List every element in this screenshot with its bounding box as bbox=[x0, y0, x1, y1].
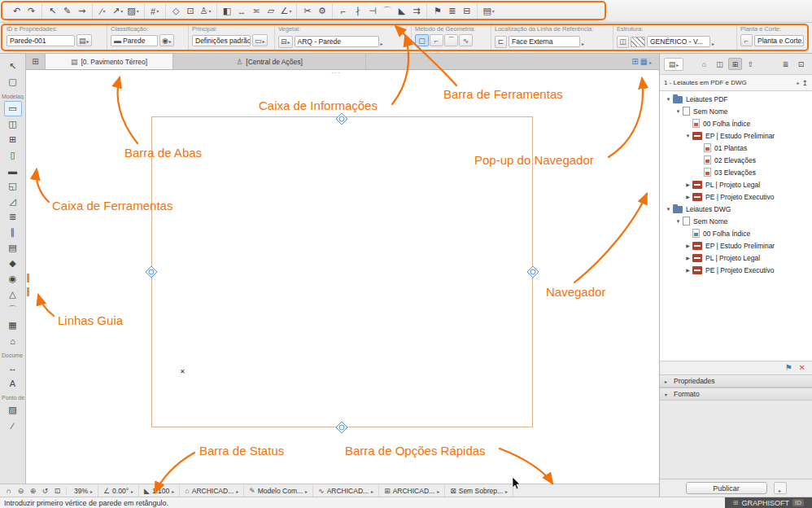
tree-item[interactable]: ▶ PL | Projeto Legal bbox=[660, 252, 812, 264]
structure-select[interactable]: GENÉRICO - V... bbox=[647, 36, 710, 47]
tree-item[interactable]: ▶ EP | Estudo Preliminar bbox=[660, 239, 812, 252]
tree-item[interactable]: ▼ Sem Nome bbox=[660, 215, 812, 227]
edit-handle-right[interactable] bbox=[526, 265, 539, 278]
fill-type-dropdown-icon[interactable]: ▨ bbox=[125, 4, 140, 19]
tree-item[interactable]: 02 Elevações bbox=[660, 154, 812, 166]
line-tool-icon[interactable]: ∕ bbox=[4, 418, 22, 433]
dropdown-chevron-icon[interactable] bbox=[381, 34, 383, 49]
snap-grid-dropdown-icon[interactable]: # bbox=[148, 4, 162, 19]
dimension-icon[interactable]: ↔ bbox=[235, 4, 249, 19]
expand-arrow-icon[interactable]: ▶ bbox=[684, 243, 692, 248]
panel-settings-button[interactable]: ▤ bbox=[664, 58, 683, 71]
element-id-input[interactable]: Parede-001 bbox=[7, 35, 75, 46]
tree-item[interactable]: 03 Elevações bbox=[660, 166, 812, 178]
navigator-popup-button[interactable]: ⊞ ▦ bbox=[624, 54, 659, 69]
text-tool-icon[interactable]: A bbox=[4, 375, 22, 391]
format-section-header[interactable]: Formato bbox=[660, 388, 812, 401]
magnet-icon[interactable]: ∩ bbox=[2, 487, 15, 495]
tree-item[interactable]: 01 Plantas bbox=[660, 142, 812, 154]
measure-icon[interactable]: ≍ bbox=[250, 4, 264, 19]
walkthrough-dropdown-icon[interactable]: ♙ bbox=[199, 4, 213, 19]
publish-button[interactable]: Publicar bbox=[686, 482, 767, 494]
navigator-breadcrumb[interactable]: 1 - Leiautes em PDF e DWG ↥ bbox=[660, 75, 812, 91]
window-tool-icon[interactable]: ⊞ bbox=[4, 132, 22, 147]
properties-section-header[interactable]: Propriedades bbox=[660, 374, 812, 388]
graphic-override-dropdown[interactable]: ⊠ Sem Sobrep... bbox=[445, 484, 513, 497]
orientation-dropdown[interactable]: ∠ 0.00° bbox=[98, 484, 139, 497]
fit-in-window-icon[interactable]: ⊡ bbox=[51, 487, 63, 495]
offset-icon[interactable]: ⇉ bbox=[409, 4, 423, 19]
pin-panel-icon[interactable]: ⊡ bbox=[794, 58, 808, 70]
splitter-handle-bottom[interactable] bbox=[331, 485, 341, 493]
organizer-icon[interactable]: ⊟ bbox=[460, 4, 474, 19]
id-manager-button[interactable]: ▤ bbox=[76, 34, 92, 46]
dropdown-chevron-icon[interactable] bbox=[712, 34, 714, 49]
display-mode-icon[interactable]: ⌐ bbox=[740, 34, 753, 46]
expand-arrow-icon[interactable]: ▼ bbox=[684, 134, 692, 138]
project-map-icon[interactable]: ⌂ bbox=[697, 58, 711, 70]
dimension-style-dropdown[interactable]: ⊞ ARCHICAD... bbox=[379, 484, 445, 497]
expand-arrow-icon[interactable]: ▼ bbox=[665, 207, 672, 212]
virtual-trace-icon[interactable]: ⊡ bbox=[184, 4, 198, 19]
reference-line-icon[interactable]: ⊏ bbox=[495, 36, 507, 48]
zone-tool-icon[interactable]: ⌂ bbox=[4, 333, 22, 348]
tree-item[interactable]: ▼ Leiautes PDF bbox=[660, 93, 812, 105]
model-view-dropdown[interactable]: ∿ ARCHICAD... bbox=[313, 484, 379, 497]
fill-tool-icon[interactable]: ▨ bbox=[4, 402, 22, 418]
layer-select[interactable]: ARQ - Parede bbox=[295, 36, 379, 47]
split-icon[interactable]: ∤ bbox=[351, 4, 365, 19]
intersect-icon[interactable]: ◣ bbox=[395, 4, 408, 19]
favorites-icon[interactable]: ⚑ bbox=[785, 364, 792, 372]
zoom-out-icon[interactable]: ⊖ bbox=[15, 487, 27, 495]
expand-arrow-icon[interactable]: ▼ bbox=[665, 97, 672, 102]
reference-line-select[interactable]: Face Externa bbox=[509, 36, 580, 47]
principal-options-button[interactable]: ▭ bbox=[252, 34, 268, 46]
tree-item[interactable]: 00 Folha Índice bbox=[660, 117, 812, 129]
scissors-icon[interactable]: ✂ bbox=[300, 4, 314, 19]
structure-type-button[interactable]: ◫ bbox=[617, 36, 629, 48]
close-panel-icon[interactable]: ✕ bbox=[799, 364, 805, 372]
object-tool-icon[interactable]: ◆ bbox=[4, 256, 22, 271]
tree-item[interactable]: ▶ PE | Projeto Executivo bbox=[660, 190, 812, 203]
adjust-icon[interactable]: ⊣ bbox=[365, 4, 379, 19]
tree-item[interactable]: ▼ EP | Estudo Preliminar bbox=[660, 129, 812, 142]
line-type-dropdown-icon[interactable]: ∕ bbox=[96, 4, 110, 19]
guide-line-dashes[interactable] bbox=[27, 274, 29, 301]
roof-tool-icon[interactable]: ◿ bbox=[4, 194, 22, 209]
column-tool-icon[interactable]: ▯ bbox=[4, 147, 22, 163]
geometry-curved-icon[interactable]: ⌒ bbox=[444, 34, 458, 46]
quad-view-button[interactable]: ⊞ bbox=[26, 54, 46, 69]
splitter-handle-top[interactable] bbox=[331, 68, 341, 77]
tree-item[interactable]: ▶ PE | Projeto Executivo bbox=[660, 264, 812, 276]
layer-lock-button[interactable]: ⊟ bbox=[278, 36, 293, 48]
wall-tool-icon[interactable]: ▭ bbox=[4, 101, 22, 116]
tray-icon[interactable]: ≣ bbox=[779, 58, 792, 70]
previous-zoom-icon[interactable]: ↺ bbox=[39, 487, 51, 495]
lamp-tool-icon[interactable]: ◉ bbox=[4, 271, 22, 287]
trim-icon[interactable]: ⌐ bbox=[336, 4, 350, 19]
dimension-tool-icon[interactable]: ↔ bbox=[4, 360, 22, 375]
flag-icon[interactable]: ⚑ bbox=[430, 4, 444, 19]
slab-tool-icon[interactable]: ◱ bbox=[4, 178, 22, 194]
expand-arrow-icon[interactable]: ▶ bbox=[684, 267, 692, 273]
zoom-in-icon[interactable]: ⊕ bbox=[27, 487, 39, 495]
zoom-level-dropdown[interactable]: 39% bbox=[67, 484, 98, 497]
publisher-icon[interactable]: ⇧ bbox=[744, 58, 757, 70]
layout-book-icon[interactable]: ⊞ bbox=[728, 58, 742, 70]
fillet-icon[interactable]: ⌒ bbox=[380, 4, 394, 19]
editing-plane-icon[interactable]: ◧ bbox=[220, 4, 234, 19]
edit-handle-top[interactable] bbox=[335, 112, 348, 125]
tree-item[interactable]: ▼ Sem Nome bbox=[660, 105, 812, 117]
jump-to-map-icon[interactable]: ↥ bbox=[801, 79, 808, 87]
dropdown-chevron-icon[interactable] bbox=[582, 34, 584, 49]
expand-arrow-icon[interactable]: ▶ bbox=[684, 255, 692, 261]
marquee-select-icon[interactable]: ↖ bbox=[46, 4, 59, 19]
principal-select[interactable]: Definições padrão bbox=[192, 35, 251, 46]
stair-tool-icon[interactable]: ≣ bbox=[4, 209, 22, 225]
arrowhead-dropdown-icon[interactable]: ↗ bbox=[111, 4, 124, 19]
geometry-trapezoid-icon[interactable]: ∿ bbox=[459, 34, 473, 46]
expand-arrow-icon[interactable]: ▶ bbox=[684, 194, 692, 199]
classification-select[interactable]: ▬Parede bbox=[111, 35, 158, 46]
tree-item[interactable]: ▶ PL | Projeto Legal bbox=[660, 178, 812, 190]
expand-arrow-icon[interactable]: ▼ bbox=[674, 219, 682, 224]
